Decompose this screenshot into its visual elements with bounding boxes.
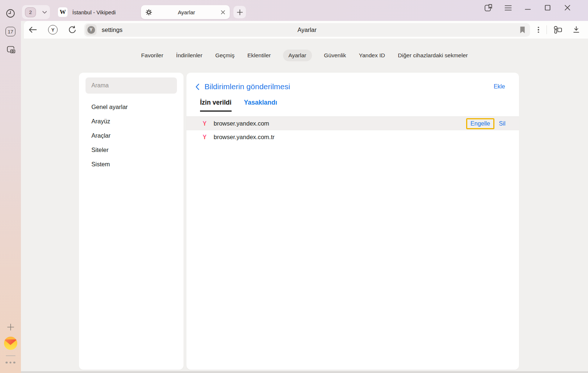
new-tab-button[interactable] — [233, 6, 246, 18]
section-title: Bildirimlerin gönderilmesi — [204, 82, 290, 91]
settings-sections-list: Genel ayarlar Arayüz Araçlar Siteler Sis… — [86, 100, 177, 171]
page-title: Ayarlar — [84, 26, 530, 33]
site-domain: browser.yandex.com — [214, 120, 466, 127]
yandex-mail-icon[interactable] — [4, 337, 17, 350]
more-apps-icon[interactable] — [6, 362, 15, 364]
permission-tabs: İzin verildi Yasaklandı — [200, 99, 505, 112]
browser-toolbar: Y Y settings Ayarlar — [24, 21, 588, 39]
nav-diger-cihazlar[interactable]: Diğer cihazlardaki sekmeler — [397, 50, 468, 61]
menu-icon[interactable] — [502, 2, 514, 13]
add-site-button[interactable]: Ekle — [494, 83, 505, 90]
sidebar-item-araclar[interactable]: Araçlar — [86, 128, 177, 143]
close-tab-icon[interactable] — [221, 10, 225, 15]
strip-bottom-cluster — [0, 323, 21, 363]
add-panel-icon[interactable] — [7, 323, 15, 331]
window-bottom-edge — [21, 371, 588, 373]
nav-yandex-id[interactable]: Yandex ID — [358, 50, 386, 61]
toolbar-more-icon[interactable] — [535, 25, 542, 35]
back-chevron-icon[interactable] — [195, 82, 203, 91]
settings-top-nav: Favoriler İndirilenler Geçmiş Eklentiler… — [21, 49, 588, 62]
downloads-count-badge[interactable]: 17 — [0, 27, 21, 36]
maximize-button[interactable] — [542, 2, 553, 13]
reload-icon[interactable] — [68, 25, 77, 35]
tab-count-badge: 2 — [25, 7, 36, 17]
minimize-button[interactable] — [522, 2, 534, 13]
row-actions: Engelle Sil — [466, 118, 505, 129]
sidebar-item-genel-ayarlar[interactable]: Genel ayarlar — [86, 100, 177, 114]
tab-ayarlar-active[interactable]: Ayarlar — [141, 5, 230, 19]
yandex-home-button[interactable]: Y — [48, 25, 58, 35]
downloads-icon[interactable] — [571, 25, 581, 35]
tab-izin-verildi[interactable]: İzin verildi — [200, 99, 232, 112]
block-button[interactable]: Engelle — [471, 120, 490, 127]
nav-eklentiler[interactable]: Eklentiler — [247, 50, 272, 61]
notifications-panel: Bildirimlerin gönderilmesi Ekle İzin ver… — [186, 73, 519, 370]
tab-strip: 2 W İstanbul - Vikipedi Ayarlar — [22, 5, 246, 19]
extensions-icon[interactable] — [552, 25, 563, 35]
history-icon[interactable] — [0, 8, 21, 19]
bookmark-icon[interactable] — [519, 26, 526, 34]
close-window-button[interactable] — [562, 2, 573, 13]
table-row[interactable]: Y browser.yandex.com.tr — [186, 130, 519, 144]
window-controls — [482, 2, 573, 13]
tab-istanbul-vikipedi[interactable]: W İstanbul - Vikipedi — [54, 5, 137, 19]
tab-title: Ayarlar — [155, 9, 218, 15]
tab-title: İstanbul - Vikipedi — [72, 9, 116, 15]
sidebar-item-sistem[interactable]: Sistem — [86, 157, 177, 171]
nav-indirilenler[interactable]: İndirilenler — [175, 50, 203, 61]
back-button[interactable] — [28, 25, 37, 35]
nav-ayarlar-active[interactable]: Ayarlar — [283, 50, 312, 61]
address-bar[interactable]: Y settings Ayarlar — [84, 23, 530, 37]
browser-side-strip — [0, 0, 21, 373]
engelle-highlight-box: Engelle — [466, 118, 494, 129]
toolbar-divider — [547, 25, 547, 34]
sidebar-item-siteler[interactable]: Siteler — [86, 143, 177, 157]
sidebar-item-arayuz[interactable]: Arayüz — [86, 114, 177, 128]
site-favicon-icon: Y — [86, 24, 97, 35]
settings-sidebar-panel: Genel ayarlar Arayüz Araçlar Siteler Sis… — [79, 73, 184, 370]
gear-icon — [145, 9, 152, 16]
sidebar-panel-icon[interactable] — [482, 2, 494, 13]
tab-counter-button[interactable]: 2 — [22, 5, 50, 19]
search-input[interactable] — [86, 77, 177, 94]
nav-gecmis[interactable]: Geçmiş — [214, 50, 235, 61]
table-row[interactable]: Y browser.yandex.com Engelle Sil — [186, 117, 519, 130]
strip-divider — [6, 355, 15, 356]
nav-guvenlik[interactable]: Güvenlik — [323, 50, 347, 61]
yandex-favicon-icon: Y — [203, 120, 209, 127]
site-domain: browser.yandex.com.tr — [214, 134, 505, 141]
nav-favoriler[interactable]: Favoriler — [141, 50, 164, 61]
chevron-down-icon — [42, 11, 47, 14]
url-text[interactable]: settings — [102, 26, 123, 33]
screenshot-icon[interactable] — [0, 44, 21, 55]
yandex-favicon-icon: Y — [203, 134, 209, 141]
delete-button[interactable]: Sil — [499, 120, 505, 127]
tab-yasaklandi[interactable]: Yasaklandı — [244, 99, 277, 112]
settings-page: Favoriler İndirilenler Geçmiş Eklentiler… — [21, 39, 588, 373]
notifications-header: Bildirimlerin gönderilmesi Ekle — [195, 80, 505, 93]
wikipedia-icon: W — [58, 7, 68, 17]
